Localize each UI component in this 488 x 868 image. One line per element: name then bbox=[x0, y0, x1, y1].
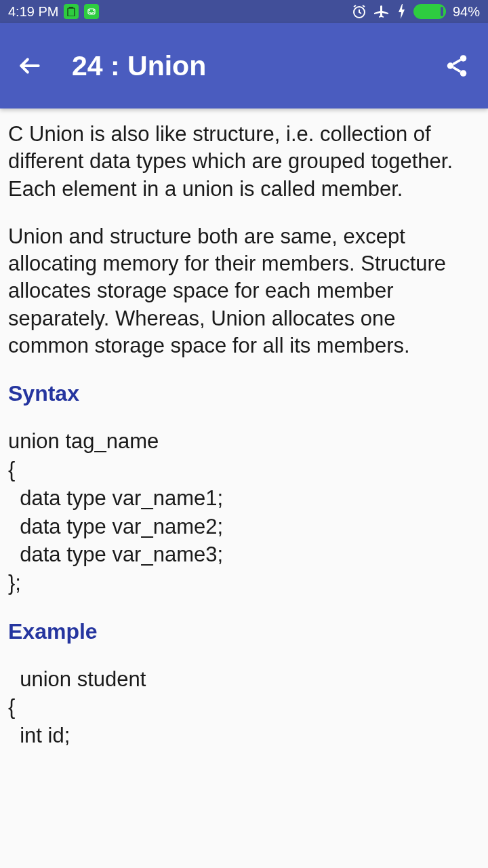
paragraph: C Union is also like structure, i.e. col… bbox=[8, 121, 480, 203]
alarm-icon bbox=[351, 3, 367, 20]
status-bar: 4:19 PM 94% bbox=[0, 0, 488, 23]
svg-point-7 bbox=[447, 62, 454, 69]
status-left: 4:19 PM bbox=[8, 4, 99, 20]
back-button[interactable] bbox=[16, 52, 43, 79]
example-heading: Example bbox=[8, 618, 480, 646]
example-code: union student { int id; bbox=[8, 665, 480, 751]
svg-rect-1 bbox=[68, 8, 75, 16]
page-title: 24 : Union bbox=[72, 50, 206, 82]
syntax-code: union tag_name { data type var_name1; da… bbox=[8, 427, 480, 597]
battery-saver-icon bbox=[64, 4, 79, 19]
app-bar: 24 : Union bbox=[0, 23, 488, 108]
svg-point-6 bbox=[460, 55, 467, 62]
svg-point-2 bbox=[89, 9, 90, 11]
battery-icon bbox=[413, 4, 446, 19]
article-content[interactable]: C Union is also like structure, i.e. col… bbox=[0, 108, 488, 783]
app-icon bbox=[84, 4, 99, 19]
share-icon bbox=[444, 53, 470, 79]
share-button[interactable] bbox=[442, 51, 472, 81]
arrow-left-icon bbox=[17, 53, 43, 79]
syntax-heading: Syntax bbox=[8, 380, 480, 408]
charging-icon bbox=[397, 4, 407, 19]
svg-point-8 bbox=[460, 70, 467, 76]
airplane-icon bbox=[374, 3, 390, 20]
status-time: 4:19 PM bbox=[8, 4, 58, 20]
battery-percent: 94% bbox=[453, 4, 480, 20]
svg-point-3 bbox=[93, 9, 94, 11]
paragraph: Union and structure both are same, excep… bbox=[8, 223, 480, 359]
status-right: 94% bbox=[351, 3, 480, 20]
